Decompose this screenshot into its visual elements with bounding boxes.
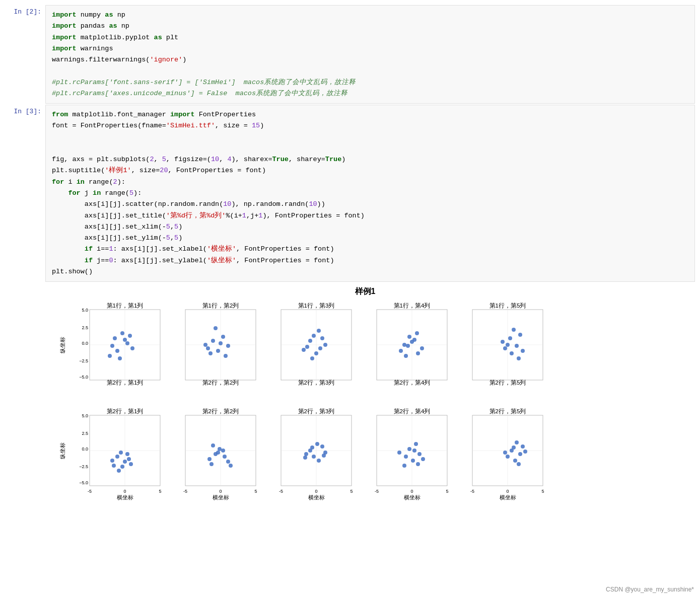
svg-point-30 xyxy=(219,341,223,345)
svg-text:0.0: 0.0 xyxy=(82,446,88,452)
svg-point-73 xyxy=(506,343,510,347)
code-line: axs[i][j].set_xlim(-5,5) xyxy=(52,221,688,233)
svg-point-105 xyxy=(211,443,215,447)
code-line xyxy=(52,143,688,154)
row2-label-3: 第2行，第3列 xyxy=(298,380,335,386)
svg-point-68 xyxy=(515,344,519,348)
svg-point-14 xyxy=(118,356,122,360)
code-line: import numpy as np xyxy=(52,10,688,21)
svg-point-43 xyxy=(323,343,327,347)
subplot-2-4: 第2行，第4列 -5 0 5 横坐标 xyxy=(375,408,449,500)
subplot-2-1: 第2行，第1列 5.0 2.5 0.0 −2.5 −5.0 纵坐标 -5 0 5… xyxy=(59,408,162,500)
cell-3-content: from matplotlib.font_manager import Font… xyxy=(45,105,695,282)
svg-point-44 xyxy=(310,356,314,360)
svg-point-40 xyxy=(305,345,309,349)
svg-text:5: 5 xyxy=(541,489,544,494)
output-label xyxy=(0,283,45,527)
svg-point-146 xyxy=(397,451,401,455)
svg-text:0: 0 xyxy=(219,489,222,494)
chart-title: 样例1 xyxy=(355,287,376,295)
notebook: In [2]: import numpy as np import pandas… xyxy=(0,0,700,537)
cell-2-label: In [2]: xyxy=(0,5,45,104)
code-line xyxy=(52,132,688,143)
svg-point-148 xyxy=(416,462,420,466)
svg-text:0: 0 xyxy=(315,489,317,494)
svg-text:第2行，第3列: 第2行，第3列 xyxy=(298,408,335,414)
svg-point-36 xyxy=(317,329,321,333)
svg-point-109 xyxy=(223,455,227,459)
svg-point-88 xyxy=(115,455,119,459)
svg-point-142 xyxy=(414,442,418,446)
svg-point-57 xyxy=(406,344,410,348)
chart-content: 样例1 第1行，第1列 5.0 2.5 0.0 −2.5 −5.0 xyxy=(45,283,695,527)
svg-point-160 xyxy=(521,444,525,449)
svg-point-8 xyxy=(113,336,117,340)
code-line: if j==0: axs[i][j].set_ylabel('纵坐标', Fon… xyxy=(52,255,688,266)
svg-text:横坐标: 横坐标 xyxy=(213,494,229,500)
svg-point-24 xyxy=(211,339,215,343)
svg-text:2.5: 2.5 xyxy=(82,431,88,436)
ylabel-2: 纵坐标 xyxy=(59,442,65,459)
svg-text:第1行，第4列: 第1行，第4列 xyxy=(394,303,431,309)
svg-point-141 xyxy=(407,447,411,451)
svg-point-143 xyxy=(417,452,422,456)
svg-point-22 xyxy=(214,326,218,330)
svg-point-111 xyxy=(209,462,214,466)
svg-text:横坐标: 横坐标 xyxy=(117,494,133,500)
cell-2: In [2]: import numpy as np import pandas… xyxy=(0,5,700,104)
svg-point-114 xyxy=(216,451,220,455)
svg-text:−5.0: −5.0 xyxy=(79,480,88,485)
svg-point-39 xyxy=(320,336,324,340)
code-line: warnings.filterwarnings('ignore') xyxy=(52,54,688,65)
code-line: from matplotlib.font_manager import Font… xyxy=(52,109,688,120)
svg-text:第1行，第3列: 第1行，第3列 xyxy=(298,303,335,309)
svg-point-29 xyxy=(224,354,228,358)
code-line: for i in range(2): xyxy=(52,177,688,188)
svg-point-10 xyxy=(128,334,132,338)
svg-text:5: 5 xyxy=(254,489,257,494)
svg-text:0.0: 0.0 xyxy=(82,341,88,346)
svg-point-167 xyxy=(517,462,521,466)
svg-point-66 xyxy=(508,336,512,340)
chart-output: 样例1 第1行，第1列 5.0 2.5 0.0 −2.5 −5.0 xyxy=(0,283,700,527)
code-line: #plt.rcParams['axes.unicode_minus'] = Fa… xyxy=(52,88,688,99)
svg-point-125 xyxy=(308,449,312,453)
code-line xyxy=(52,65,688,77)
watermark: CSDN @you_are_my_sunshine* xyxy=(606,586,694,593)
svg-point-87 xyxy=(119,451,123,455)
svg-text:-5: -5 xyxy=(375,489,379,494)
svg-point-94 xyxy=(125,452,129,456)
svg-point-71 xyxy=(510,351,514,355)
svg-point-127 xyxy=(304,452,308,456)
svg-text:第1行，第5列: 第1行，第5列 xyxy=(489,303,526,309)
code-line: import matplotlib.pyplot as plt xyxy=(52,32,688,43)
svg-text:第2行，第5列: 第2行，第5列 xyxy=(489,408,526,414)
svg-text:-5: -5 xyxy=(279,489,283,494)
svg-point-106 xyxy=(218,447,222,451)
svg-point-91 xyxy=(127,457,131,461)
code-line: axs[i][j].set_title('第%d行，第%d列'%(i+1,j+1… xyxy=(52,210,688,221)
svg-text:第1行，第2列: 第1行，第2列 xyxy=(202,303,239,309)
svg-text:5: 5 xyxy=(159,489,161,494)
svg-point-108 xyxy=(207,457,212,461)
subplot-1-3: 第1行，第3列 xyxy=(281,303,352,380)
code-line: font = FontProperties(fname='SimHei.ttf'… xyxy=(52,120,688,131)
svg-point-15 xyxy=(125,341,129,345)
svg-point-41 xyxy=(314,351,318,355)
row2-label-1: 第2行，第1列 xyxy=(107,380,144,386)
code-line: plt.show() xyxy=(52,266,688,277)
svg-point-23 xyxy=(221,335,225,339)
code-line: import pandas as np xyxy=(52,21,688,32)
svg-point-55 xyxy=(399,349,403,353)
svg-text:5: 5 xyxy=(446,489,448,494)
ylabel: 纵坐标 xyxy=(59,337,65,353)
svg-text:-5: -5 xyxy=(183,489,187,494)
svg-point-110 xyxy=(226,460,230,464)
svg-text:−2.5: −2.5 xyxy=(79,358,88,363)
svg-text:横坐标: 横坐标 xyxy=(500,494,516,500)
svg-point-70 xyxy=(503,346,507,350)
svg-point-162 xyxy=(518,452,522,456)
svg-point-51 xyxy=(415,331,419,335)
cell-3-label: In [3]: xyxy=(0,105,45,282)
svg-text:第2行，第4列: 第2行，第4列 xyxy=(394,408,431,414)
